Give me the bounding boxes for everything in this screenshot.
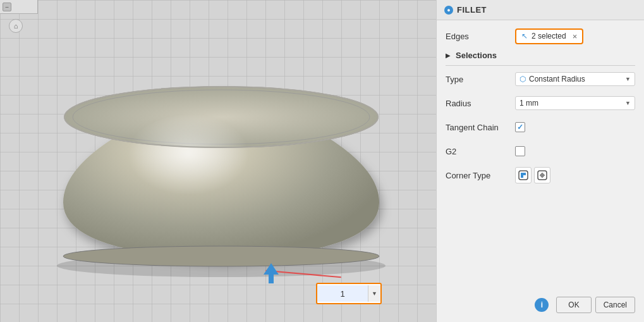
tangent-chain-row: Tangent Chain: [446, 118, 635, 137]
radius-label: Radius: [446, 99, 515, 108]
collapse-icon: ▶: [446, 52, 451, 59]
corner-type-button-2[interactable]: [534, 167, 550, 183]
tangent-chain-content: [515, 122, 635, 132]
info-button[interactable]: i: [535, 298, 549, 312]
chevron-down-icon: ▼: [372, 290, 377, 297]
corner-type-row: Corner Type: [446, 166, 635, 185]
home-view-button[interactable]: ⌂: [9, 19, 23, 33]
panel-title-bar: ● FILLET: [437, 0, 644, 20]
value-input-container[interactable]: ▼: [316, 283, 382, 304]
svg-rect-8: [521, 173, 523, 175]
action-row: i OK Cancel: [535, 297, 635, 313]
divider-1: [446, 65, 635, 66]
svg-rect-9: [523, 173, 526, 175]
edges-row: Edges ↖ 2 selected ×: [446, 27, 635, 46]
selected-button[interactable]: ↖ 2 selected ×: [515, 28, 583, 44]
g2-content: [515, 146, 635, 156]
action-row-inner: i OK Cancel: [535, 297, 635, 313]
svg-marker-6: [264, 263, 279, 283]
type-row: Type ⬡ Constant Radius ▼: [446, 70, 635, 89]
panel-title-icon: ●: [444, 6, 453, 15]
edges-content: ↖ 2 selected ×: [515, 28, 635, 44]
type-content: ⬡ Constant Radius ▼: [515, 72, 635, 86]
input-dropdown-button[interactable]: ▼: [368, 285, 380, 302]
info-icon: i: [541, 300, 543, 309]
value-input[interactable]: [317, 285, 368, 302]
tangent-chain-checkbox[interactable]: [515, 122, 525, 132]
type-dropdown-arrow: ▼: [625, 76, 631, 82]
panel-body: Edges ↖ 2 selected × ▶ Selections Type ⬡…: [437, 20, 644, 196]
radius-content: 1 mm ▼: [515, 96, 635, 110]
type-label: Type: [446, 75, 515, 84]
selections-label: Selections: [456, 51, 497, 60]
g2-row: G2: [446, 142, 635, 161]
radius-dropdown-arrow: ▼: [625, 100, 631, 106]
ok-button[interactable]: OK: [556, 297, 591, 313]
radius-value: 1 mm: [519, 99, 538, 108]
type-value: Constant Radius: [529, 75, 585, 84]
svg-rect-10: [521, 175, 523, 178]
selected-count-label: 2 selected: [532, 32, 566, 40]
tangent-chain-label: Tangent Chain: [446, 123, 515, 132]
selections-row[interactable]: ▶ Selections: [446, 51, 635, 60]
viewport[interactable]: – ⌂: [0, 0, 436, 322]
panel-title: FILLET: [457, 5, 487, 15]
edges-label: Edges: [446, 32, 515, 41]
g2-label: G2: [446, 147, 515, 156]
type-icon: ⬡: [519, 75, 526, 84]
cancel-button[interactable]: Cancel: [595, 297, 635, 313]
g2-checkbox[interactable]: [515, 146, 525, 156]
svg-point-3: [120, 114, 272, 215]
radius-input[interactable]: 1 mm ▼: [515, 96, 635, 110]
cursor-icon: ↖: [521, 32, 528, 40]
window-controls: –: [0, 0, 38, 14]
3d-model: [32, 19, 411, 285]
radius-row: Radius 1 mm ▼: [446, 94, 635, 113]
corner-type-button-1[interactable]: [515, 167, 532, 183]
type-dropdown[interactable]: ⬡ Constant Radius ▼: [515, 72, 635, 86]
corner-type-content: [515, 167, 635, 183]
corner-type-label: Corner Type: [446, 171, 515, 180]
minimize-button[interactable]: –: [3, 3, 11, 11]
svg-point-4: [63, 246, 379, 266]
fillet-panel: ● FILLET Edges ↖ 2 selected × ▶ Selectio…: [436, 0, 644, 322]
clear-selection-button[interactable]: ×: [573, 32, 578, 41]
